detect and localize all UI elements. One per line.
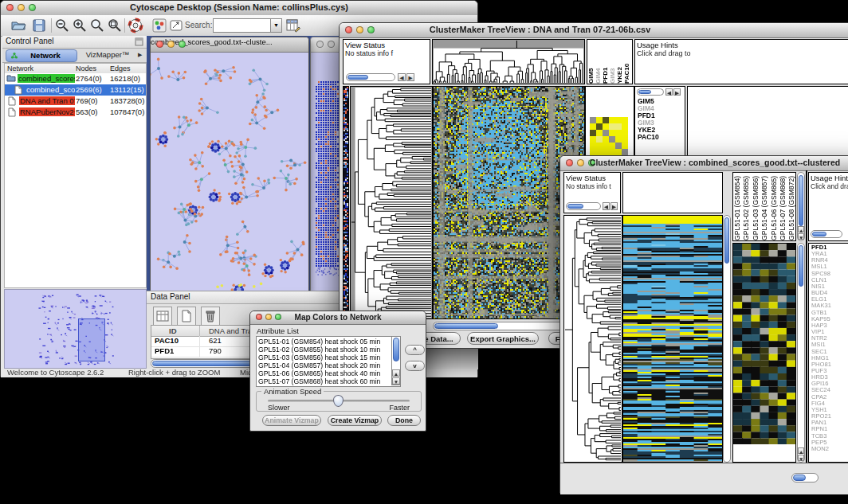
- scroll-right-arrow[interactable]: ▶: [406, 73, 414, 81]
- zoom-in-icon[interactable]: [72, 18, 88, 33]
- dialog-titlebar[interactable]: Map Colors to Network: [250, 311, 426, 325]
- scroll-down-arrow[interactable]: ▼: [392, 377, 400, 385]
- open-session-icon[interactable]: [10, 18, 26, 33]
- rotated-label: PAC10: [623, 40, 630, 84]
- gene-list-hscrollbar[interactable]: [791, 473, 819, 483]
- attribute-list-item[interactable]: GPL51-02 (GSM855) heat shock 10 min: [258, 346, 380, 354]
- rotated-label: GPL51-04 (GSM857): [760, 173, 769, 240]
- tv2-global-heatmap[interactable]: [622, 215, 723, 463]
- view-status-text: No status info f: [345, 49, 428, 57]
- scroll-up-arrow[interactable]: ▲: [392, 369, 400, 377]
- main-titlebar[interactable]: Cytoscape Desktop (Session Name: collins…: [1, 1, 477, 16]
- gene-label[interactable]: PAC10: [638, 134, 659, 141]
- save-session-icon[interactable]: [31, 18, 47, 33]
- tab-network-label: Network: [30, 51, 60, 60]
- view-status-scrollbar[interactable]: [566, 202, 601, 210]
- gene-label[interactable]: MON2: [811, 446, 831, 452]
- network-list-row[interactable]: RNAPuberNov2+563(0)107847(0): [5, 107, 146, 118]
- attribute-select-icon[interactable]: [153, 307, 172, 326]
- gene-panel-scrollbar[interactable]: [637, 88, 664, 96]
- table-col-id[interactable]: ID: [169, 326, 177, 335]
- zoom-selected-icon[interactable]: [107, 18, 123, 33]
- matrix-cell: [622, 143, 628, 149]
- scroll-up-arrow[interactable]: ▲: [798, 226, 804, 232]
- heatmap-selection-rect[interactable]: [467, 106, 547, 205]
- matrix-cell: [603, 123, 609, 130]
- usage-hints-scrollbar[interactable]: [811, 230, 842, 238]
- control-panel: Control Panel Network VizMapper™ ▶ Netwo…: [2, 36, 147, 369]
- move-down-button[interactable]: v: [405, 361, 425, 371]
- move-up-button[interactable]: ^: [405, 345, 425, 355]
- rotated-label: GIM4: [595, 40, 602, 84]
- help-lifesaver-icon[interactable]: [128, 18, 143, 33]
- tv2-detail-heatmap[interactable]: [732, 243, 796, 463]
- new-attribute-icon[interactable]: [177, 307, 196, 326]
- export-graphics-button[interactable]: Export Graphics...: [467, 332, 539, 345]
- network-list-row[interactable]: combined_sco2569(6)13112(15): [5, 84, 146, 96]
- network-view-window[interactable]: combined_scores_good.txt--cluste...: [150, 37, 309, 291]
- scroll-down-arrow[interactable]: ▼: [798, 233, 804, 240]
- network-list-row[interactable]: combined_scores2764(0)16218(0): [5, 73, 146, 84]
- scroll-left-arrow[interactable]: ◀: [665, 88, 673, 96]
- col-nodes[interactable]: Nodes: [76, 64, 96, 72]
- close-button[interactable]: [156, 41, 163, 48]
- attribute-list-item[interactable]: GPL51-07 (GSM868) heat shock 60 min: [258, 377, 380, 385]
- tv2-titlebar[interactable]: ClusterMaker TreeView : combined_scores_…: [560, 156, 848, 171]
- minimize-button[interactable]: [167, 41, 175, 48]
- animate-vizmap-button[interactable]: Animate Vizmap: [262, 415, 321, 426]
- correlation-matrix[interactable]: [590, 117, 628, 155]
- vizmapper-icon[interactable]: [151, 18, 167, 33]
- matrix-cell: [603, 149, 609, 155]
- view-status-scrollbar[interactable]: [346, 73, 395, 81]
- faster-label: Faster: [389, 404, 410, 412]
- tv2-detail-vscrollbar[interactable]: ▲ ▼: [797, 243, 805, 463]
- tv1-row-dendrogram[interactable]: [350, 86, 433, 319]
- status-welcome: Welcome to Cytoscape 2.6.2: [7, 368, 104, 377]
- network-overview-panel[interactable]: [4, 289, 147, 369]
- attribute-list-item[interactable]: GPL51-04 (GSM857) heat shock 20 min: [258, 361, 380, 369]
- matrix-cell: [603, 136, 609, 143]
- attribute-list-item[interactable]: GPL51-03 (GSM856) heat shock 15 min: [258, 354, 380, 361]
- matrix-cell: [615, 143, 622, 149]
- attribute-list-item[interactable]: GPL51-01 (GSM854) heat shock 05 min: [258, 338, 380, 346]
- move-up-label: ^: [413, 346, 417, 354]
- network-list-row[interactable]: DNA and Tran 07769(0)183728(0): [5, 96, 146, 107]
- create-vizmap-button[interactable]: Create Vizmap: [328, 415, 382, 426]
- tv2-row-dendrogram[interactable]: [563, 215, 622, 463]
- tv2-global-vscrollbar[interactable]: [723, 215, 731, 463]
- col-network[interactable]: Network: [7, 64, 33, 72]
- tv2-array-vscrollbar[interactable]: ▲ ▼: [797, 172, 805, 241]
- network-canvas[interactable]: [151, 53, 307, 291]
- animation-slider-thumb[interactable]: [333, 395, 344, 407]
- scroll-right-arrow[interactable]: ▶: [673, 88, 681, 96]
- close-button[interactable]: [316, 41, 324, 48]
- tv2-array-labels[interactable]: GPL51-01 (GSM854)GPL51-02 (GSM855)GPL51-…: [732, 172, 796, 241]
- tab-vizmapper[interactable]: VizMapper™: [79, 49, 136, 61]
- col-edges[interactable]: Edges: [110, 64, 131, 72]
- overview-viewport-rect[interactable]: [78, 318, 105, 361]
- delete-attribute-icon[interactable]: [201, 307, 220, 326]
- float-panel-icon[interactable]: [135, 37, 143, 46]
- toolbar-separator: [51, 18, 52, 33]
- scroll-down-arrow[interactable]: ▼: [798, 455, 804, 461]
- tab-network[interactable]: Network: [6, 49, 77, 62]
- zoom-fit-icon[interactable]: [89, 18, 105, 33]
- listbox-vscrollbar[interactable]: ▲ ▼: [391, 337, 400, 385]
- minimize-button[interactable]: [328, 41, 335, 48]
- scroll-left-arrow[interactable]: ◀: [398, 73, 406, 81]
- tab-overflow-button[interactable]: ▶: [138, 50, 145, 60]
- attribute-list-item[interactable]: GPL51-06 (GSM865) heat shock 40 min: [258, 369, 380, 377]
- tv1-column-labels[interactable]: GIM5GIM4PFD1GIM3YKE2PAC10: [587, 39, 633, 84]
- scroll-left-arrow[interactable]: ◀: [603, 202, 610, 210]
- tv1-column-dendrogram[interactable]: [432, 39, 585, 84]
- rotated-label: GPL51-02 (GSM855): [742, 173, 751, 240]
- zoom-out-icon[interactable]: [54, 18, 70, 33]
- zoom-button[interactable]: [179, 41, 186, 48]
- tv1-titlebar[interactable]: ClusterMaker TreeView : DNA and Tran 07-…: [340, 23, 848, 38]
- annotation-icon[interactable]: [168, 18, 184, 33]
- scroll-up-arrow[interactable]: ▲: [798, 447, 804, 454]
- network-nodes: 563(0): [76, 107, 97, 116]
- scroll-right-arrow[interactable]: ▶: [610, 202, 618, 210]
- network-view-titlebar[interactable]: combined_scores_good.txt--cluste...: [151, 37, 308, 53]
- done-button[interactable]: Done: [387, 415, 421, 426]
